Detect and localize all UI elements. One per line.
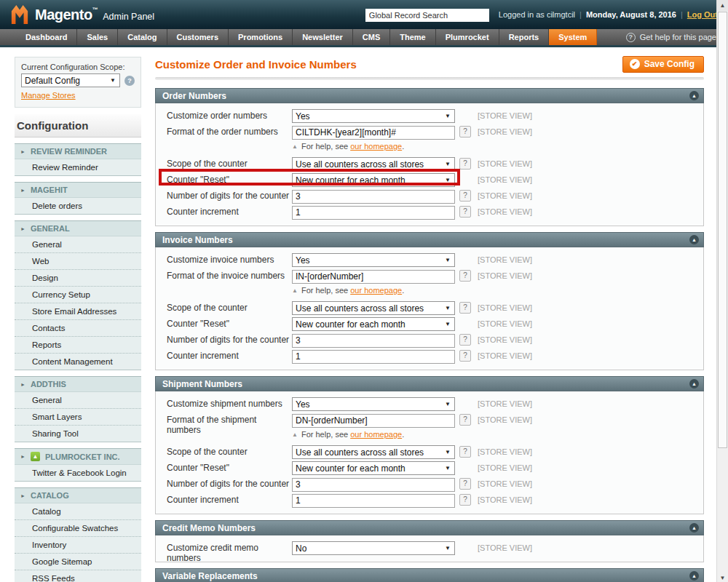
field-help-icon[interactable]: ? — [459, 302, 471, 314]
field-control — [292, 349, 455, 364]
scope-indicator: [STORE VIEW] — [478, 413, 532, 424]
field-control — [292, 205, 455, 220]
sidebar-item[interactable]: Sharing Tool — [15, 426, 141, 442]
sidebar-item[interactable]: Review Reminder — [15, 159, 141, 175]
sidebar-item[interactable]: Reports — [15, 337, 141, 354]
sidebar-item[interactable]: Web — [15, 253, 141, 270]
field-input[interactable] — [292, 478, 455, 492]
nav-item-reports[interactable]: Reports — [499, 29, 550, 45]
nav-item-theme[interactable]: Theme — [390, 29, 435, 45]
header-bar: Magento™ Admin Panel Logged in as cilmgt… — [0, 0, 728, 29]
sidebar-group-header[interactable]: ►ADDTHIS — [15, 377, 141, 392]
scrollbar-thumb[interactable] — [718, 12, 727, 448]
homepage-link[interactable]: our homepage — [350, 430, 402, 439]
field-help-icon[interactable]: ? — [459, 414, 471, 426]
section-header[interactable]: Invoice Numbers▲ — [155, 232, 704, 247]
sidebar-item[interactable]: Google Sitemap — [15, 554, 141, 570]
sidebar-item[interactable]: Delete orders — [15, 198, 141, 214]
scrollbar-down-arrow[interactable]: ▼ — [717, 575, 728, 581]
field-select[interactable]: Use all counters across all stores▼ — [292, 157, 455, 171]
field-help-icon[interactable]: ? — [459, 478, 471, 490]
nav-item-dashboard[interactable]: Dashboard — [16, 29, 77, 45]
scope-select[interactable]: Default Config ▼ — [21, 73, 120, 87]
sidebar-group-header[interactable]: ►REVIEW REMINDER — [15, 144, 141, 159]
section-header[interactable]: Variable Replacements▲ — [155, 568, 704, 582]
get-help-link[interactable]: ? Get help for this page — [626, 29, 716, 45]
sidebar-item[interactable]: General — [15, 236, 141, 253]
section-header[interactable]: Order Numbers▲ — [155, 88, 704, 103]
nav-item-newsletter[interactable]: Newsletter — [293, 29, 353, 45]
field-help-icon[interactable]: ? — [459, 350, 471, 362]
field-input[interactable] — [292, 334, 455, 348]
sidebar-group-header[interactable]: ►CATALOG — [15, 488, 141, 503]
sidebar-item[interactable]: Twitter & Facebook Login — [15, 465, 141, 481]
section-header[interactable]: Shipment Numbers▲ — [155, 376, 704, 391]
sidebar-group-header[interactable]: ►MAGEHIT — [15, 183, 141, 198]
manage-stores-link[interactable]: Manage Stores — [21, 91, 76, 100]
collapse-icon[interactable]: ▲ — [689, 571, 699, 581]
save-config-button[interactable]: ✔ Save Config — [622, 56, 704, 73]
field-input[interactable] — [292, 414, 455, 428]
sidebar-item[interactable]: Contacts — [15, 320, 141, 337]
field-select[interactable]: Yes▼ — [292, 253, 455, 267]
field-select[interactable]: Yes▼ — [292, 397, 455, 411]
field-help-icon[interactable]: ? — [459, 494, 471, 506]
global-search-input[interactable] — [365, 9, 489, 22]
scope-row: Default Config ▼ ? — [21, 73, 135, 87]
scrollbar-up-arrow[interactable]: ▲ — [717, 0, 728, 11]
sidebar-item[interactable]: Store Email Addresses — [15, 303, 141, 320]
chevron-down-icon: ▼ — [445, 113, 451, 119]
sidebar-item[interactable]: Smart Layers — [15, 409, 141, 426]
collapse-icon[interactable]: ▲ — [689, 91, 699, 100]
nav-item-system[interactable]: System — [549, 29, 597, 45]
nav-item-cms[interactable]: CMS — [353, 29, 390, 45]
field-input[interactable] — [292, 270, 455, 284]
sidebar-item[interactable]: Catalog — [15, 503, 141, 520]
field-help-icon[interactable]: ? — [459, 158, 471, 170]
field-label: Customize order numbers — [167, 109, 292, 121]
chevron-down-icon: ▼ — [445, 321, 451, 327]
sidebar-item[interactable]: RSS Feeds — [15, 570, 141, 582]
field-select[interactable]: Yes▼ — [292, 109, 455, 123]
sidebar-item[interactable]: Content Management — [15, 354, 141, 370]
nav-item-catalog[interactable]: Catalog — [118, 29, 167, 45]
sidebar-item[interactable]: General — [15, 392, 141, 409]
sidebar-item[interactable]: Configurable Swatches — [15, 520, 141, 537]
field-input[interactable] — [292, 350, 455, 364]
field-help-icon[interactable]: ? — [459, 334, 471, 346]
sidebar-item[interactable]: Design — [15, 270, 141, 287]
nav-item-sales[interactable]: Sales — [77, 29, 118, 45]
sidebar-item[interactable]: Currency Setup — [15, 287, 141, 303]
nav-item-plumrocket[interactable]: Plumrocket — [436, 29, 499, 45]
field-label: Counter increment — [167, 349, 292, 361]
homepage-link[interactable]: our homepage — [350, 286, 402, 295]
collapse-icon[interactable]: ▲ — [689, 523, 699, 533]
field-select[interactable]: Use all counters across all stores▼ — [292, 445, 455, 459]
sidebar-group-header[interactable]: ►GENERAL — [15, 221, 141, 236]
logout-link[interactable]: Log Out — [687, 10, 718, 19]
field-input[interactable] — [292, 494, 455, 508]
field-input[interactable] — [292, 126, 455, 140]
scope-help-icon[interactable]: ? — [124, 76, 135, 86]
field-input[interactable] — [292, 206, 455, 220]
nav-item-customers[interactable]: Customers — [167, 29, 229, 45]
field-help-icon[interactable]: ? — [459, 190, 471, 202]
field-help-icon[interactable]: ? — [459, 446, 471, 458]
field-select[interactable]: New counter for each month▼ — [292, 173, 455, 187]
homepage-link[interactable]: our homepage — [350, 142, 402, 151]
field-help-icon[interactable]: ? — [459, 206, 471, 218]
field-help-icon[interactable]: ? — [459, 270, 471, 282]
sidebar-group-header[interactable]: ►▲PLUMROCKET INC. — [15, 449, 141, 465]
sidebar-item[interactable]: Inventory — [15, 537, 141, 554]
field-select[interactable]: New counter for each month▼ — [292, 461, 455, 475]
field-select[interactable]: Use all counters across all stores▼ — [292, 301, 455, 315]
field-select[interactable]: No▼ — [292, 541, 455, 555]
collapse-icon[interactable]: ▲ — [689, 235, 699, 244]
magento-logo[interactable]: Magento™ Admin Panel — [10, 4, 154, 25]
collapse-icon[interactable]: ▲ — [689, 379, 699, 388]
field-select[interactable]: New counter for each month▼ — [292, 317, 455, 331]
section-header[interactable]: Credit Memo Numbers▲ — [155, 520, 704, 535]
field-input[interactable] — [292, 190, 455, 204]
field-help-icon[interactable]: ? — [459, 126, 471, 137]
nav-item-promotions[interactable]: Promotions — [229, 29, 293, 45]
